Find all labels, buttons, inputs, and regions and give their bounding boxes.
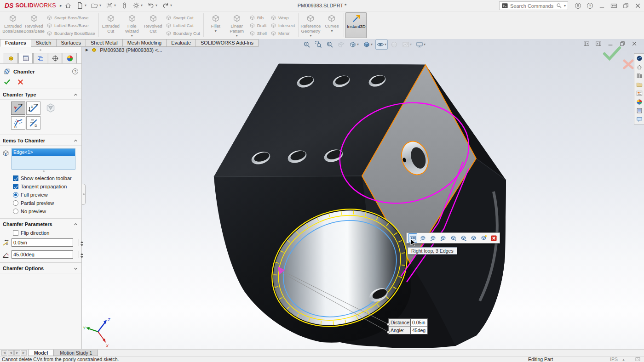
- help-icon[interactable]: ?: [586, 2, 593, 9]
- dropdown-arrow[interactable]: ▾: [141, 4, 143, 7]
- close-red-button[interactable]: [489, 233, 498, 243]
- apply-scene-button[interactable]: ▾: [401, 40, 413, 50]
- flyout-expand-arrow[interactable]: ▶: [86, 48, 88, 52]
- tab-evaluate[interactable]: Evaluate: [167, 39, 196, 47]
- loop-a-button[interactable]: [418, 233, 427, 243]
- view-settings-button[interactable]: ▾: [414, 40, 427, 50]
- callout-value[interactable]: 45deg: [411, 327, 427, 334]
- radio-row[interactable]: Partial preview: [0, 199, 81, 207]
- wrap-button[interactable]: Wrap: [270, 14, 295, 21]
- boundary-boss-button[interactable]: Boundary Boss/Base: [46, 30, 95, 36]
- instant3d-button[interactable]: Instant3D: [345, 12, 367, 38]
- search-icon[interactable]: [556, 3, 562, 9]
- property-manager-tab[interactable]: [18, 53, 33, 63]
- section-chamfer-type[interactable]: Chamfer Type: [0, 89, 81, 100]
- section-view-button[interactable]: [336, 40, 346, 50]
- panel-splitter-handle[interactable]: [82, 184, 86, 205]
- logo-expand-arrow[interactable]: ▸: [60, 3, 62, 8]
- minimize-icon[interactable]: [598, 2, 605, 9]
- search-commands-box[interactable]: Search Commands ▾: [499, 1, 568, 10]
- vertex-button[interactable]: [45, 102, 56, 114]
- dropdown-arrow[interactable]: ▾: [310, 34, 311, 38]
- tab-motion-study-1[interactable]: Motion Study 1: [54, 350, 98, 356]
- offset-face-button[interactable]: D: [11, 116, 25, 130]
- draft-button[interactable]: Draft: [249, 22, 267, 28]
- dropdown-arrow[interactable]: ▾: [410, 43, 412, 46]
- body-button[interactable]: [469, 233, 478, 243]
- nav-last-icon[interactable]: ▶: [21, 350, 27, 356]
- distance-spinner[interactable]: [79, 239, 79, 246]
- dropdown-arrow[interactable]: ▾: [114, 4, 116, 7]
- zoom-fit-button[interactable]: [302, 40, 312, 50]
- hole-wizard-button[interactable]: Hole Wizard▾: [121, 12, 143, 38]
- intersect-button[interactable]: Intersect: [270, 22, 295, 28]
- custom-properties-tab[interactable]: [635, 107, 644, 114]
- rib-button[interactable]: Rib: [249, 14, 267, 21]
- radio-button[interactable]: [13, 192, 18, 198]
- restore-icon[interactable]: [619, 40, 626, 47]
- chamfer-callout[interactable]: Distance:0.05inAngle:45deg: [388, 318, 428, 334]
- loop-b-button[interactable]: [428, 233, 437, 243]
- help-icon[interactable]: ?: [72, 68, 79, 75]
- home-button[interactable]: [63, 1, 74, 10]
- user-profile-icon[interactable]: [575, 2, 581, 9]
- flip-direction-row[interactable]: Flip direction: [0, 229, 81, 237]
- feature-tree-tab[interactable]: [4, 53, 18, 63]
- shell-button[interactable]: Shell: [249, 30, 267, 36]
- checkbox-row[interactable]: Tangent propagation: [0, 182, 81, 191]
- linear-pattern-button[interactable]: Linear Pattern▾: [226, 12, 247, 38]
- zoom-previous-button[interactable]: [325, 40, 335, 50]
- face-a-button[interactable]: [438, 233, 448, 243]
- nav-prev-icon[interactable]: ◀: [8, 350, 14, 356]
- extruded-cut-button[interactable]: Extruded Cut: [100, 12, 121, 38]
- tab-sketch[interactable]: Sketch: [31, 39, 57, 47]
- zoom-area-button[interactable]: [313, 40, 323, 50]
- listbox-resize-handle[interactable]: [43, 170, 45, 172]
- dropdown-arrow[interactable]: ▾: [331, 29, 333, 33]
- display-manager-tab[interactable]: [63, 53, 77, 63]
- section-items-to-chamfer[interactable]: Items To Chamfer: [0, 135, 81, 146]
- dropdown-arrow[interactable]: ▾: [170, 4, 172, 7]
- tab-solidworks-add-ins[interactable]: SOLIDWORKS Add-Ins: [196, 39, 259, 47]
- revolved-cut-button[interactable]: Revolved Cut: [143, 12, 164, 38]
- distance-distance-button[interactable]: D: [26, 102, 40, 115]
- edit-appearance-button[interactable]: [389, 40, 399, 50]
- nav-first-icon[interactable]: ◀: [1, 350, 7, 356]
- new-document-button[interactable]: ▾: [75, 1, 88, 10]
- tab-features[interactable]: Features: [0, 39, 31, 47]
- section-chamfer-options[interactable]: Chamfer Options: [0, 262, 81, 273]
- extruded-boss-button[interactable]: Extruded Boss/Base: [2, 12, 23, 38]
- home-tab[interactable]: [635, 63, 644, 71]
- tab-surfaces[interactable]: Surfaces: [57, 39, 86, 47]
- view-palette-tab[interactable]: [635, 90, 644, 97]
- swept-cut-button[interactable]: Swept Cut: [166, 14, 200, 21]
- nav-next-icon[interactable]: ▶: [14, 350, 20, 356]
- file-explorer-tab[interactable]: [635, 81, 644, 88]
- curves-button[interactable]: Curves▾: [321, 12, 342, 38]
- revolved-boss-button[interactable]: Revolved Boss/Base: [23, 12, 45, 38]
- marketplace-button[interactable]: [119, 1, 130, 10]
- dropdown-arrow[interactable]: ▾: [385, 43, 386, 46]
- unit-system-label[interactable]: IPS: [610, 356, 618, 362]
- dropdown-arrow[interactable]: ▾: [236, 34, 238, 38]
- threedexperience-tab[interactable]: [635, 55, 644, 62]
- section-chamfer-parameters[interactable]: Chamfer Parameters: [0, 219, 81, 229]
- dropdown-arrow[interactable]: ▾: [357, 43, 359, 46]
- view-orientation-button[interactable]: ▾: [348, 40, 360, 50]
- face-b-button[interactable]: [448, 233, 458, 243]
- feature-button[interactable]: [479, 233, 488, 243]
- open-button[interactable]: ▾: [89, 1, 103, 10]
- lofted-cut-button[interactable]: Lofted Cut: [166, 22, 200, 28]
- reference-geometry-button[interactable]: Reference Geometry▾: [300, 12, 321, 38]
- close-icon[interactable]: [631, 40, 638, 47]
- search-input[interactable]: Search Commands: [510, 3, 554, 9]
- close-icon[interactable]: [634, 2, 641, 9]
- search-dropdown-arrow[interactable]: ▾: [564, 4, 566, 8]
- dropdown-arrow[interactable]: ▾: [155, 4, 157, 7]
- dropdown-arrow[interactable]: ▾: [85, 4, 86, 7]
- selection-listbox[interactable]: Edge<1>: [12, 148, 75, 170]
- checkbox[interactable]: [13, 175, 18, 181]
- flip-direction-checkbox[interactable]: [13, 230, 18, 236]
- angle-field[interactable]: [12, 250, 73, 259]
- pane-left-icon[interactable]: [583, 40, 590, 47]
